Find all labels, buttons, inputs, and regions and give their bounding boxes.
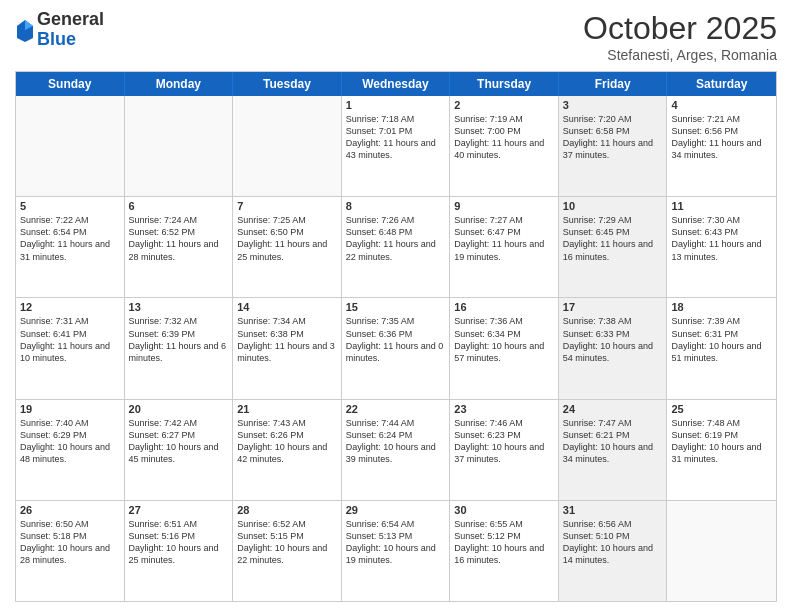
day-info: Sunrise: 6:52 AM Sunset: 5:15 PM Dayligh… (237, 518, 337, 567)
day-number: 15 (346, 301, 446, 313)
day-info: Sunrise: 7:30 AM Sunset: 6:43 PM Dayligh… (671, 214, 772, 263)
day-number: 23 (454, 403, 554, 415)
day-cell-20: 20Sunrise: 7:42 AM Sunset: 6:27 PM Dayli… (125, 400, 234, 500)
day-info: Sunrise: 7:18 AM Sunset: 7:01 PM Dayligh… (346, 113, 446, 162)
month-title: October 2025 (583, 10, 777, 47)
day-cell-27: 27Sunrise: 6:51 AM Sunset: 5:16 PM Dayli… (125, 501, 234, 601)
calendar-row-1: 5Sunrise: 7:22 AM Sunset: 6:54 PM Daylig… (16, 196, 776, 297)
day-info: Sunrise: 7:24 AM Sunset: 6:52 PM Dayligh… (129, 214, 229, 263)
day-cell-31: 31Sunrise: 6:56 AM Sunset: 5:10 PM Dayli… (559, 501, 668, 601)
day-number: 25 (671, 403, 772, 415)
page: General Blue October 2025 Stefanesti, Ar… (0, 0, 792, 612)
weekday-header-thursday: Thursday (450, 72, 559, 96)
logo-icon (15, 18, 35, 42)
day-cell-11: 11Sunrise: 7:30 AM Sunset: 6:43 PM Dayli… (667, 197, 776, 297)
day-info: Sunrise: 7:36 AM Sunset: 6:34 PM Dayligh… (454, 315, 554, 364)
day-number: 14 (237, 301, 337, 313)
logo-text: General Blue (37, 10, 104, 50)
day-number: 26 (20, 504, 120, 516)
day-info: Sunrise: 7:40 AM Sunset: 6:29 PM Dayligh… (20, 417, 120, 466)
day-cell-6: 6Sunrise: 7:24 AM Sunset: 6:52 PM Daylig… (125, 197, 234, 297)
day-number: 16 (454, 301, 554, 313)
day-info: Sunrise: 7:26 AM Sunset: 6:48 PM Dayligh… (346, 214, 446, 263)
day-cell-12: 12Sunrise: 7:31 AM Sunset: 6:41 PM Dayli… (16, 298, 125, 398)
calendar-row-3: 19Sunrise: 7:40 AM Sunset: 6:29 PM Dayli… (16, 399, 776, 500)
day-cell-2: 2Sunrise: 7:19 AM Sunset: 7:00 PM Daylig… (450, 96, 559, 196)
logo-general: General (37, 10, 104, 30)
day-number: 31 (563, 504, 663, 516)
day-info: Sunrise: 7:27 AM Sunset: 6:47 PM Dayligh… (454, 214, 554, 263)
subtitle: Stefanesti, Arges, Romania (583, 47, 777, 63)
day-number: 3 (563, 99, 663, 111)
weekday-header-wednesday: Wednesday (342, 72, 451, 96)
day-number: 11 (671, 200, 772, 212)
day-cell-3: 3Sunrise: 7:20 AM Sunset: 6:58 PM Daylig… (559, 96, 668, 196)
day-info: Sunrise: 7:31 AM Sunset: 6:41 PM Dayligh… (20, 315, 120, 364)
logo-blue: Blue (37, 30, 104, 50)
day-number: 19 (20, 403, 120, 415)
day-number: 1 (346, 99, 446, 111)
day-cell-25: 25Sunrise: 7:48 AM Sunset: 6:19 PM Dayli… (667, 400, 776, 500)
logo: General Blue (15, 10, 104, 50)
day-cell-28: 28Sunrise: 6:52 AM Sunset: 5:15 PM Dayli… (233, 501, 342, 601)
empty-cell-4-6 (667, 501, 776, 601)
day-info: Sunrise: 7:35 AM Sunset: 6:36 PM Dayligh… (346, 315, 446, 364)
day-number: 10 (563, 200, 663, 212)
day-info: Sunrise: 7:21 AM Sunset: 6:56 PM Dayligh… (671, 113, 772, 162)
day-number: 28 (237, 504, 337, 516)
calendar-body: 1Sunrise: 7:18 AM Sunset: 7:01 PM Daylig… (16, 96, 776, 601)
day-cell-26: 26Sunrise: 6:50 AM Sunset: 5:18 PM Dayli… (16, 501, 125, 601)
day-number: 12 (20, 301, 120, 313)
day-cell-22: 22Sunrise: 7:44 AM Sunset: 6:24 PM Dayli… (342, 400, 451, 500)
day-cell-4: 4Sunrise: 7:21 AM Sunset: 6:56 PM Daylig… (667, 96, 776, 196)
calendar: SundayMondayTuesdayWednesdayThursdayFrid… (15, 71, 777, 602)
day-cell-16: 16Sunrise: 7:36 AM Sunset: 6:34 PM Dayli… (450, 298, 559, 398)
empty-cell-0-0 (16, 96, 125, 196)
day-info: Sunrise: 7:34 AM Sunset: 6:38 PM Dayligh… (237, 315, 337, 364)
weekday-header-friday: Friday (559, 72, 668, 96)
day-info: Sunrise: 7:39 AM Sunset: 6:31 PM Dayligh… (671, 315, 772, 364)
day-cell-10: 10Sunrise: 7:29 AM Sunset: 6:45 PM Dayli… (559, 197, 668, 297)
day-number: 9 (454, 200, 554, 212)
day-number: 13 (129, 301, 229, 313)
empty-cell-0-1 (125, 96, 234, 196)
day-info: Sunrise: 7:47 AM Sunset: 6:21 PM Dayligh… (563, 417, 663, 466)
day-info: Sunrise: 7:25 AM Sunset: 6:50 PM Dayligh… (237, 214, 337, 263)
day-number: 24 (563, 403, 663, 415)
day-info: Sunrise: 7:42 AM Sunset: 6:27 PM Dayligh… (129, 417, 229, 466)
day-number: 30 (454, 504, 554, 516)
day-info: Sunrise: 6:54 AM Sunset: 5:13 PM Dayligh… (346, 518, 446, 567)
weekday-header-tuesday: Tuesday (233, 72, 342, 96)
day-cell-17: 17Sunrise: 7:38 AM Sunset: 6:33 PM Dayli… (559, 298, 668, 398)
day-info: Sunrise: 6:50 AM Sunset: 5:18 PM Dayligh… (20, 518, 120, 567)
day-info: Sunrise: 7:46 AM Sunset: 6:23 PM Dayligh… (454, 417, 554, 466)
calendar-row-2: 12Sunrise: 7:31 AM Sunset: 6:41 PM Dayli… (16, 297, 776, 398)
day-number: 2 (454, 99, 554, 111)
day-cell-24: 24Sunrise: 7:47 AM Sunset: 6:21 PM Dayli… (559, 400, 668, 500)
day-number: 20 (129, 403, 229, 415)
day-info: Sunrise: 7:32 AM Sunset: 6:39 PM Dayligh… (129, 315, 229, 364)
calendar-row-4: 26Sunrise: 6:50 AM Sunset: 5:18 PM Dayli… (16, 500, 776, 601)
day-number: 5 (20, 200, 120, 212)
day-info: Sunrise: 6:56 AM Sunset: 5:10 PM Dayligh… (563, 518, 663, 567)
empty-cell-0-2 (233, 96, 342, 196)
day-number: 4 (671, 99, 772, 111)
title-block: October 2025 Stefanesti, Arges, Romania (583, 10, 777, 63)
day-info: Sunrise: 7:43 AM Sunset: 6:26 PM Dayligh… (237, 417, 337, 466)
day-cell-21: 21Sunrise: 7:43 AM Sunset: 6:26 PM Dayli… (233, 400, 342, 500)
day-info: Sunrise: 7:29 AM Sunset: 6:45 PM Dayligh… (563, 214, 663, 263)
day-cell-30: 30Sunrise: 6:55 AM Sunset: 5:12 PM Dayli… (450, 501, 559, 601)
day-cell-5: 5Sunrise: 7:22 AM Sunset: 6:54 PM Daylig… (16, 197, 125, 297)
calendar-row-0: 1Sunrise: 7:18 AM Sunset: 7:01 PM Daylig… (16, 96, 776, 196)
day-cell-15: 15Sunrise: 7:35 AM Sunset: 6:36 PM Dayli… (342, 298, 451, 398)
calendar-header: SundayMondayTuesdayWednesdayThursdayFrid… (16, 72, 776, 96)
day-number: 18 (671, 301, 772, 313)
day-cell-18: 18Sunrise: 7:39 AM Sunset: 6:31 PM Dayli… (667, 298, 776, 398)
day-cell-1: 1Sunrise: 7:18 AM Sunset: 7:01 PM Daylig… (342, 96, 451, 196)
day-info: Sunrise: 7:44 AM Sunset: 6:24 PM Dayligh… (346, 417, 446, 466)
day-number: 21 (237, 403, 337, 415)
day-number: 29 (346, 504, 446, 516)
day-info: Sunrise: 7:48 AM Sunset: 6:19 PM Dayligh… (671, 417, 772, 466)
weekday-header-sunday: Sunday (16, 72, 125, 96)
day-cell-8: 8Sunrise: 7:26 AM Sunset: 6:48 PM Daylig… (342, 197, 451, 297)
